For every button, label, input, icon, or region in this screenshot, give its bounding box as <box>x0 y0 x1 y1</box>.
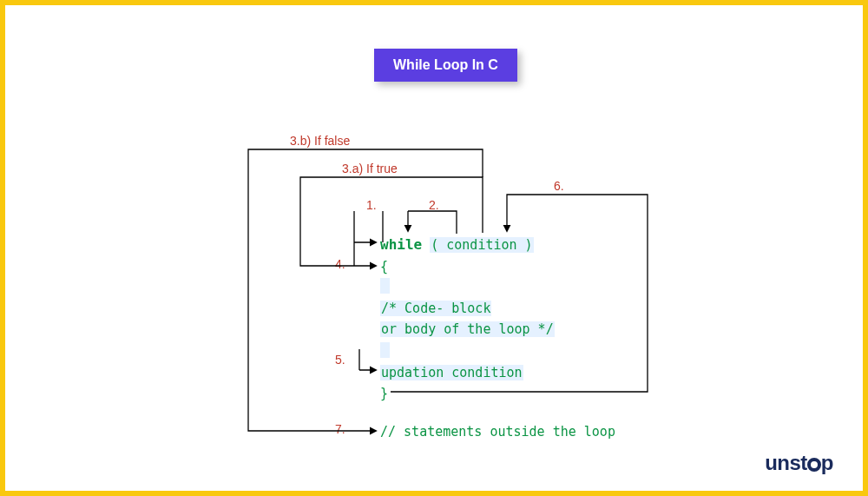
logo-text-pre: unst <box>765 451 807 474</box>
logo-o-icon <box>807 458 821 472</box>
brand-logo: unstp <box>765 451 833 475</box>
diagram-frame: While Loop In C 1. 2. 3.a) If true 3.b) … <box>0 0 868 496</box>
logo-text-post: p <box>821 451 833 474</box>
connector-lines <box>5 5 868 496</box>
